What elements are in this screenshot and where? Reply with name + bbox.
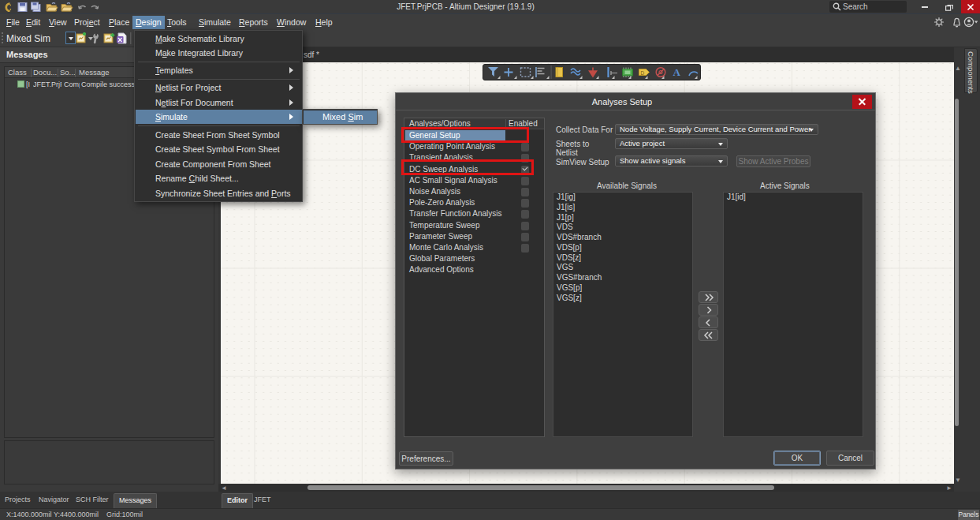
svg-text:D: D (641, 70, 645, 76)
svg-text:A: A (673, 66, 681, 78)
